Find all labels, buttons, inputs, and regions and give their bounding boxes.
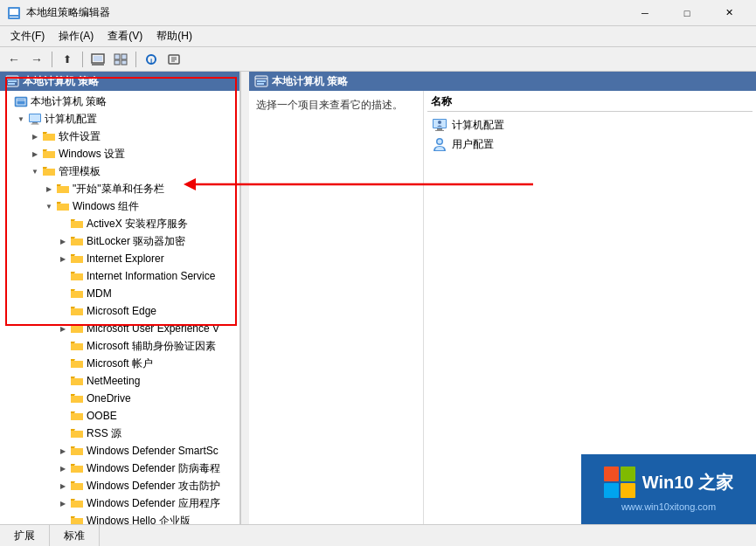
tree-item-windows-components[interactable]: ▼ Windows 组件: [0, 197, 239, 215]
tree-label-defender-app: Windows Defender 应用程序: [87, 496, 220, 511]
tree-item-start-menu[interactable]: ▶ "开始"菜单和任务栏: [0, 180, 239, 197]
tree-item-oobe[interactable]: OOBE: [0, 407, 239, 425]
forward-button[interactable]: →: [26, 50, 47, 69]
item-user[interactable]: 用户配置: [427, 135, 753, 154]
tree-item-defender-attack[interactable]: ▶ Windows Defender 攻击防护: [0, 477, 239, 494]
tree-label-iis: Internet Information Service: [87, 270, 215, 282]
tree-label-defender-attack: Windows Defender 攻击防护: [87, 479, 220, 494]
tree-icon-auth-factor: [70, 340, 84, 352]
minimize-button[interactable]: ─: [625, 0, 665, 26]
tree-label-activex: ActiveX 安装程序服务: [87, 217, 188, 232]
tree-expander-user-experience[interactable]: ▶: [56, 321, 70, 335]
title-bar-title: 本地组策略编辑器: [26, 5, 625, 20]
svg-rect-9: [121, 60, 127, 65]
tree-icon-hello: [70, 515, 84, 524]
tree-item-bitlocker[interactable]: ▶ BitLocker 驱动器加密: [0, 232, 239, 250]
tree-icon-iis: [70, 270, 84, 282]
tree-item-mdm[interactable]: MDM: [0, 285, 239, 302]
tree-item-defender-app[interactable]: ▶ Windows Defender 应用程序: [0, 494, 239, 512]
tab-expand[interactable]: 扩展: [0, 525, 50, 546]
back-button[interactable]: ←: [3, 50, 24, 69]
tree-item-software-settings[interactable]: ▶ 软件设置: [0, 128, 239, 145]
title-bar: 本地组策略编辑器 ─ □ ✕: [0, 0, 756, 26]
toolbar-btn-5[interactable]: i: [141, 50, 162, 69]
up-button[interactable]: ⬆: [57, 50, 78, 69]
toolbar: ← → ⬆ i: [0, 47, 756, 72]
tree-item-defender-smart[interactable]: ▶ Windows Defender SmartSc: [0, 442, 239, 460]
description-pane: 选择一个项目来查看它的描述。: [249, 91, 424, 524]
tree-expander-mdm[interactable]: [56, 287, 70, 301]
tab-standard[interactable]: 标准: [50, 525, 100, 546]
tree-label-user-experience: Microsoft User Experience V: [87, 322, 219, 335]
tree-item-hello[interactable]: Windows Hello 企业版: [0, 512, 239, 524]
maximize-button[interactable]: □: [667, 0, 707, 26]
tree-expander-ie[interactable]: ▶: [56, 252, 70, 266]
tree-item-user-experience[interactable]: ▶ Microsoft User Experience V: [0, 320, 239, 337]
tree-item-ie[interactable]: ▶ Internet Explorer: [0, 250, 239, 267]
menu-action[interactable]: 操作(A): [52, 26, 101, 47]
left-scrollbar[interactable]: [240, 72, 249, 524]
tree-item-computer[interactable]: ▼ 计算机配置: [0, 110, 239, 128]
items-header: 名称: [427, 94, 753, 112]
svg-rect-2: [10, 17, 18, 17]
tree-expander-edge[interactable]: [56, 304, 70, 318]
tree-expander-root[interactable]: [0, 94, 14, 108]
tree-expander-iis[interactable]: [56, 269, 70, 283]
tree-label-mdm: MDM: [87, 287, 112, 300]
tree-item-edge[interactable]: Microsoft Edge: [0, 302, 239, 320]
menu-view[interactable]: 查看(V): [101, 26, 149, 47]
close-button[interactable]: ✕: [709, 0, 749, 26]
tree-icon-bitlocker: [70, 235, 84, 247]
tree-expander-netmeeting[interactable]: [56, 374, 70, 388]
svg-rect-30: [257, 80, 266, 82]
tree-expander-defender-attack[interactable]: ▶: [56, 479, 70, 493]
tree-item-activex[interactable]: ActiveX 安装程序服务: [0, 215, 239, 232]
tree-label-netmeeting: NetMeeting: [87, 375, 140, 387]
tree-container[interactable]: 本地计算机 策略▼ 计算机配置▶ 软件设置▶ Windows 设置▼ 管理模板▶…: [0, 91, 239, 524]
watermark-title-group: Win10 之家: [642, 473, 733, 492]
tree-item-iis[interactable]: Internet Information Service: [0, 267, 239, 285]
tree-item-netmeeting[interactable]: NetMeeting: [0, 372, 239, 390]
tree-item-admin-templates[interactable]: ▼ 管理模板: [0, 162, 239, 180]
tree-icon-defender-anti: [70, 462, 84, 474]
left-pane-header: 本地计算机 策略: [0, 72, 239, 91]
tree-label-oobe: OOBE: [87, 410, 117, 422]
tree-expander-windows-components[interactable]: ▼: [42, 199, 56, 213]
tree-icon-root: [14, 95, 28, 107]
tree-expander-defender-smart[interactable]: ▶: [56, 444, 70, 458]
tree-expander-account[interactable]: [56, 356, 70, 370]
tree-expander-activex[interactable]: [56, 217, 70, 231]
tree-expander-defender-anti[interactable]: ▶: [56, 461, 70, 475]
tree-item-onedrive[interactable]: OneDrive: [0, 390, 239, 407]
tree-expander-windows-settings[interactable]: ▶: [28, 147, 42, 161]
tree-expander-rss[interactable]: [56, 426, 70, 440]
tree-item-defender-anti[interactable]: ▶ Windows Defender 防病毒程: [0, 460, 239, 477]
tree-label-computer: 计算机配置: [45, 112, 97, 127]
tree-item-windows-settings[interactable]: ▶ Windows 设置: [0, 145, 239, 162]
tree-item-account[interactable]: Microsoft 帐户: [0, 355, 239, 372]
tree-expander-bitlocker[interactable]: ▶: [56, 234, 70, 248]
tree-expander-onedrive[interactable]: [56, 391, 70, 405]
right-pane-title: 本地计算机 策略: [272, 74, 348, 89]
tree-item-root[interactable]: 本地计算机 策略: [0, 93, 239, 110]
tree-item-rss[interactable]: RSS 源: [0, 425, 239, 442]
tree-expander-computer[interactable]: ▼: [14, 112, 28, 126]
tree-label-start-menu: "开始"菜单和任务栏: [73, 182, 164, 197]
menu-help[interactable]: 帮助(H): [149, 26, 199, 47]
toolbar-btn-4[interactable]: [110, 50, 131, 69]
tree-expander-oobe[interactable]: [56, 409, 70, 423]
tree-expander-defender-app[interactable]: ▶: [56, 496, 70, 510]
toolbar-btn-6[interactable]: [163, 50, 184, 69]
logo-green: [621, 467, 635, 481]
tree-item-auth-factor[interactable]: Microsoft 辅助身份验证因素: [0, 337, 239, 355]
tree-expander-admin-templates[interactable]: ▼: [28, 164, 42, 178]
tree-expander-hello[interactable]: [56, 514, 70, 524]
logo-blue: [604, 483, 619, 498]
tree-expander-software-settings[interactable]: ▶: [28, 129, 42, 143]
description-text: 选择一个项目来查看它的描述。: [256, 99, 403, 111]
tree-expander-start-menu[interactable]: ▶: [42, 182, 56, 196]
toolbar-btn-3[interactable]: [87, 50, 108, 69]
item-computer[interactable]: 计算机配置: [427, 115, 753, 135]
tree-expander-auth-factor[interactable]: [56, 339, 70, 353]
menu-file[interactable]: 文件(F): [3, 26, 52, 47]
